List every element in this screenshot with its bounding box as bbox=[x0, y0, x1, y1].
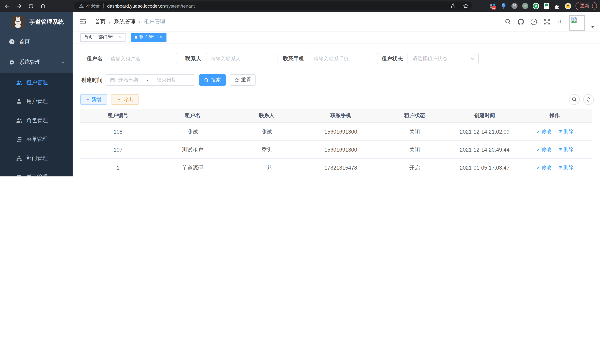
roles-users-icon bbox=[16, 117, 22, 123]
close-icon[interactable]: ✕ bbox=[119, 35, 122, 40]
chevron-up-icon bbox=[61, 60, 65, 65]
sidebar: 芋道管理系统 首页 系统管理 租户管理 用户管理 bbox=[0, 12, 73, 177]
sidebar-item-home[interactable]: 首页 bbox=[0, 32, 73, 52]
top-navbar: 首页 / 系统管理 / 租户管理 ? TT bbox=[73, 12, 600, 31]
search-icon bbox=[572, 97, 577, 102]
extension-flag-icon[interactable] bbox=[543, 3, 550, 9]
not-secure-warning-icon[interactable] bbox=[79, 3, 84, 9]
extension-y-icon[interactable]: y bbox=[533, 3, 539, 9]
toggle-search-button[interactable] bbox=[569, 94, 580, 105]
tags-view-bar: 首页 部门管理 ✕ 租户管理 ✕ bbox=[73, 31, 600, 43]
tag-tenant[interactable]: 租户管理 ✕ bbox=[131, 33, 166, 41]
tag-home[interactable]: 首页 bbox=[80, 33, 96, 41]
font-size-icon[interactable]: TT bbox=[556, 18, 563, 25]
menu-tree-icon bbox=[16, 136, 22, 142]
fullscreen-icon[interactable] bbox=[544, 18, 550, 25]
sidebar-item-label: 岗位管理 bbox=[26, 174, 48, 177]
app-logo-row[interactable]: 芋道管理系统 bbox=[0, 12, 73, 32]
edit-pencil-icon bbox=[536, 165, 541, 170]
status-label: 租户状态 bbox=[376, 53, 403, 64]
edit-link[interactable]: 修改 bbox=[536, 123, 552, 140]
edit-link[interactable]: 修改 bbox=[536, 141, 552, 159]
start-date-placeholder: 开始日期 bbox=[118, 77, 138, 84]
address-bar[interactable]: 不安全 dashboard.yudao.iocoder.cn/system/te… bbox=[74, 1, 472, 10]
github-icon[interactable] bbox=[517, 18, 524, 25]
export-button[interactable]: 导出 bbox=[111, 94, 139, 105]
breadcrumb-system[interactable]: 系统管理 bbox=[114, 18, 135, 25]
table-row[interactable]: 107 测试租户 秃头 15601691300 关闭 2021-12-14 20… bbox=[80, 141, 592, 159]
extension-command-icon[interactable]: ⌘ bbox=[511, 3, 517, 9]
home-icon[interactable] bbox=[39, 3, 46, 9]
mobile-input[interactable] bbox=[309, 53, 378, 64]
extension-balloon-icon[interactable] bbox=[500, 3, 507, 9]
cell-status: 开启 bbox=[378, 159, 451, 177]
user-avatar[interactable] bbox=[569, 15, 585, 30]
sidebar-item-user[interactable]: 用户管理 bbox=[0, 92, 73, 111]
share-icon[interactable] bbox=[450, 3, 457, 9]
delete-link[interactable]: 删除 bbox=[558, 159, 573, 177]
extension-tabs-icon[interactable]: 10 bbox=[490, 3, 496, 9]
table-row[interactable]: 1 芋道源码 芋艿 17321315478 开启 2021-01-05 17:0… bbox=[80, 159, 592, 177]
sidebar-item-system[interactable]: 系统管理 bbox=[0, 52, 73, 73]
contact-input[interactable] bbox=[206, 53, 278, 64]
sidebar-item-label: 角色管理 bbox=[26, 117, 48, 124]
dashboard-gauge-icon bbox=[9, 38, 15, 45]
date-range-input[interactable]: 开始日期 - 结束日期 bbox=[106, 74, 195, 86]
user-icon bbox=[16, 99, 22, 105]
profile-avatar-icon[interactable] bbox=[564, 3, 571, 9]
badge-icon bbox=[16, 174, 22, 177]
delete-link[interactable]: 删除 bbox=[558, 141, 573, 159]
calendar-icon bbox=[110, 77, 115, 83]
help-icon[interactable]: ? bbox=[530, 18, 537, 25]
search-icon bbox=[204, 78, 209, 83]
cell-mobile: 15601691300 bbox=[304, 123, 378, 140]
sidebar-item-label: 首页 bbox=[19, 38, 30, 45]
delete-link[interactable]: 删除 bbox=[558, 123, 573, 140]
org-chart-icon bbox=[16, 155, 22, 161]
breadcrumb: 首页 / 系统管理 / 租户管理 bbox=[95, 12, 165, 31]
tag-dept[interactable]: 部门管理 ✕ bbox=[95, 33, 126, 41]
breadcrumb-home[interactable]: 首页 bbox=[95, 18, 106, 25]
contact-label: 联系人 bbox=[182, 53, 201, 64]
tenant-name-label: 租户名 bbox=[79, 53, 103, 64]
sidebar-item-dept[interactable]: 部门管理 bbox=[0, 149, 73, 168]
tenant-name-input[interactable] bbox=[106, 53, 177, 64]
sidebar-collapse-icon[interactable] bbox=[79, 18, 86, 25]
back-icon[interactable] bbox=[4, 3, 10, 9]
refresh-icon bbox=[234, 78, 239, 83]
sidebar-item-tenant[interactable]: 租户管理 bbox=[0, 73, 73, 92]
cell-id: 108 bbox=[80, 123, 156, 140]
download-icon bbox=[116, 97, 121, 102]
refresh-table-button[interactable] bbox=[583, 94, 594, 105]
plus-icon: + bbox=[86, 97, 89, 102]
status-select[interactable]: 请选择租户状态 bbox=[408, 53, 479, 64]
sidebar-item-role[interactable]: 角色管理 bbox=[0, 111, 73, 130]
search-button[interactable]: 搜索 bbox=[199, 74, 226, 86]
extension-badge: 10 bbox=[491, 6, 496, 10]
extensions-puzzle-icon[interactable] bbox=[554, 3, 560, 9]
cell-mobile: 17321315478 bbox=[304, 159, 378, 177]
table-row[interactable]: 108 测试 测试 15601691300 关闭 2021-12-14 21:0… bbox=[80, 123, 592, 141]
cell-contact: 芋艿 bbox=[230, 159, 304, 177]
avatar-dropdown-caret[interactable] bbox=[591, 25, 595, 28]
sidebar-item-menu[interactable]: 菜单管理 bbox=[0, 130, 73, 149]
browser-update-button[interactable]: 更新 bbox=[575, 2, 597, 10]
sidebar-item-post[interactable]: 岗位管理 bbox=[0, 168, 73, 177]
reload-icon[interactable] bbox=[28, 3, 34, 9]
bookmark-star-icon[interactable] bbox=[463, 3, 469, 9]
add-button[interactable]: + 新增 bbox=[80, 94, 107, 105]
create-time-label: 创建时间 bbox=[79, 74, 103, 86]
cell-id: 1 bbox=[80, 159, 156, 177]
extensions-area: 10 ⌘ y 更新 bbox=[490, 0, 600, 12]
browser-menu-dots-icon[interactable] bbox=[592, 4, 593, 8]
svg-text:?: ? bbox=[533, 20, 535, 24]
browser-toolbar: 不安全 dashboard.yudao.iocoder.cn/system/te… bbox=[0, 0, 600, 12]
close-icon[interactable]: ✕ bbox=[159, 35, 163, 40]
reset-button[interactable]: 重置 bbox=[230, 74, 256, 86]
header-search-icon[interactable] bbox=[504, 18, 511, 25]
forward-icon[interactable] bbox=[16, 3, 22, 9]
chevron-down-icon bbox=[470, 56, 475, 61]
screen: 不安全 dashboard.yudao.iocoder.cn/system/te… bbox=[0, 0, 600, 177]
edit-link[interactable]: 修改 bbox=[536, 159, 552, 177]
extension-record-icon[interactable] bbox=[522, 3, 528, 9]
